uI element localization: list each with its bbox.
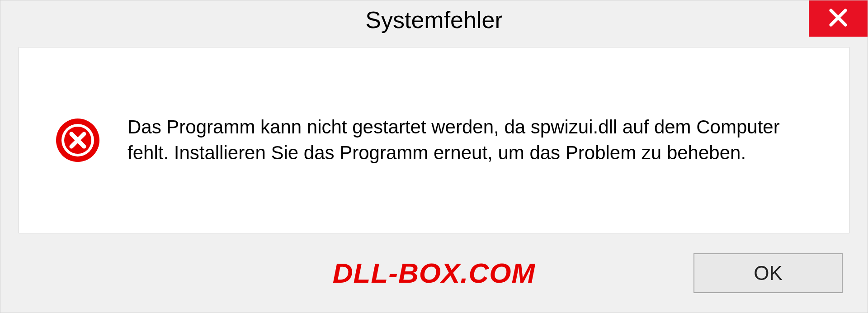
content-panel: Das Programm kann nicht gestartet werden… — [19, 47, 849, 233]
dialog-footer: DLL-BOX.COM OK — [0, 233, 868, 313]
error-message: Das Programm kann nicht gestartet werden… — [127, 114, 813, 166]
error-icon — [55, 118, 100, 163]
titlebar: Systemfehler — [0, 0, 868, 39]
watermark-text: DLL-BOX.COM — [333, 257, 535, 289]
ok-button[interactable]: OK — [693, 253, 843, 293]
close-button[interactable] — [809, 0, 868, 37]
error-dialog: Systemfehler Das Programm kann nicht ges… — [0, 0, 868, 313]
close-icon — [827, 7, 849, 30]
dialog-title: Systemfehler — [365, 6, 502, 33]
